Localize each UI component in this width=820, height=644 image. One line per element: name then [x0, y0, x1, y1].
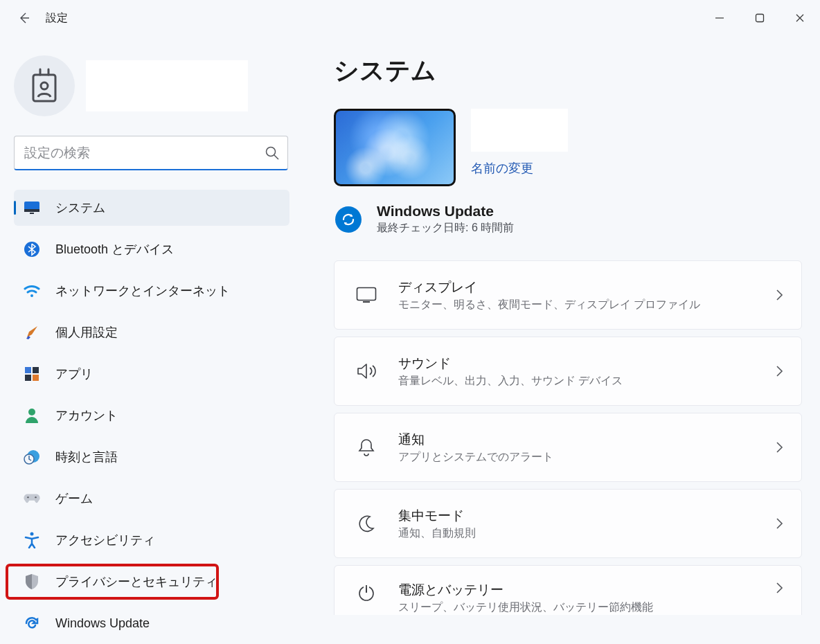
card-power[interactable]: 電源とバッテリー スリープ、バッテリ使用状況、バッテリー節約機能 — [334, 565, 802, 615]
svg-point-8 — [30, 294, 33, 297]
wifi-icon — [24, 283, 40, 299]
minimize-button[interactable] — [699, 4, 740, 32]
sidebar-item-gaming[interactable]: ゲーム — [14, 481, 289, 517]
minimize-icon — [715, 13, 724, 23]
device-preview[interactable] — [334, 109, 456, 186]
chevron-right-icon — [775, 581, 783, 595]
sidebar-item-label: 個人用設定 — [55, 324, 118, 341]
profile-block[interactable] — [14, 55, 291, 116]
gamepad-icon — [24, 490, 40, 507]
paintbrush-icon — [24, 324, 40, 341]
card-title: 集中モード — [398, 507, 775, 525]
main-content: システム 名前の変更 Windows Update 最終チェック日時: 6 時間… — [305, 36, 820, 644]
chevron-right-icon — [775, 364, 783, 378]
update-circle-icon — [335, 206, 362, 233]
settings-card-list: ディスプレイ モニター、明るさ、夜間モード、ディスプレイ プロファイル サウンド… — [334, 260, 802, 615]
id-badge-icon — [29, 68, 60, 104]
sidebar-item-apps[interactable]: アプリ — [14, 356, 289, 392]
update-subtitle: 最終チェック日時: 6 時間前 — [377, 221, 514, 235]
svg-rect-10 — [33, 367, 39, 373]
sidebar-item-windows-update[interactable]: Windows Update — [14, 605, 289, 641]
svg-point-17 — [27, 497, 28, 498]
wallpaper-bloom — [334, 109, 456, 186]
card-focus[interactable]: 集中モード 通知、自動規則 — [334, 489, 802, 558]
sidebar-item-label: プライバシーとセキュリティ — [55, 573, 217, 590]
maximize-button[interactable] — [740, 4, 780, 32]
sync-icon — [341, 212, 356, 227]
window-controls — [699, 4, 820, 32]
close-button[interactable] — [780, 4, 820, 32]
svg-rect-9 — [25, 367, 31, 373]
chevron-right-icon — [775, 517, 783, 530]
sidebar-item-label: アクセシビリティ — [55, 532, 155, 548]
shield-icon — [24, 573, 40, 590]
svg-rect-1 — [33, 75, 55, 101]
update-icon — [24, 615, 40, 632]
svg-point-2 — [41, 82, 48, 89]
card-display[interactable]: ディスプレイ モニター、明るさ、夜間モード、ディスプレイ プロファイル — [334, 260, 802, 330]
display-icon — [348, 287, 384, 303]
sidebar-item-accessibility[interactable]: アクセシビリティ — [14, 522, 289, 558]
svg-rect-20 — [357, 288, 376, 301]
sidebar-item-label: アプリ — [55, 366, 93, 382]
sidebar-item-time-language[interactable]: 時刻と言語 — [14, 439, 289, 475]
avatar — [14, 55, 75, 116]
sidebar-item-label: システム — [55, 199, 105, 216]
person-icon — [24, 407, 40, 424]
svg-rect-0 — [756, 15, 764, 22]
sidebar: システム Bluetooth とデバイス ネットワークとインターネット — [0, 36, 305, 644]
svg-point-13 — [28, 409, 35, 415]
sidebar-item-privacy[interactable]: プライバシーとセキュリティ — [6, 564, 219, 600]
svg-point-19 — [30, 533, 34, 536]
update-title: Windows Update — [377, 203, 514, 220]
chevron-right-icon — [775, 288, 783, 302]
sidebar-item-label: ネットワークとインターネット — [55, 283, 230, 299]
sidebar-item-bluetooth[interactable]: Bluetooth とデバイス — [14, 231, 289, 267]
search-icon — [265, 145, 280, 161]
arrow-left-icon — [17, 11, 31, 25]
card-title: 通知 — [398, 431, 775, 449]
svg-point-18 — [35, 497, 36, 498]
card-subtitle: スリープ、バッテリ使用状況、バッテリー節約機能 — [398, 600, 775, 615]
sidebar-item-network[interactable]: ネットワークとインターネット — [14, 273, 289, 309]
device-name-placeholder — [471, 109, 568, 152]
close-icon — [795, 13, 805, 23]
back-button[interactable] — [12, 6, 36, 30]
card-title: ディスプレイ — [398, 278, 775, 296]
sidebar-item-label: アカウント — [55, 407, 118, 424]
sidebar-item-label: Bluetooth とデバイス — [55, 241, 174, 258]
profile-name-placeholder — [86, 60, 248, 111]
moon-icon — [348, 515, 384, 533]
titlebar: 設定 — [0, 0, 820, 36]
chevron-right-icon — [775, 440, 783, 454]
rename-link[interactable]: 名前の変更 — [471, 161, 533, 175]
search-input[interactable] — [14, 136, 288, 170]
card-sound[interactable]: サウンド 音量レベル、出力、入力、サウンド デバイス — [334, 337, 802, 406]
sidebar-item-label: Windows Update — [55, 616, 150, 631]
svg-rect-6 — [30, 213, 34, 214]
power-icon — [348, 584, 384, 602]
clock-globe-icon — [24, 449, 40, 465]
card-title: 電源とバッテリー — [398, 581, 775, 599]
page-title: システム — [334, 54, 802, 88]
sidebar-item-accounts[interactable]: アカウント — [14, 397, 289, 433]
card-subtitle: モニター、明るさ、夜間モード、ディスプレイ プロファイル — [398, 298, 775, 312]
system-icon — [24, 199, 40, 216]
sidebar-item-personalization[interactable]: 個人用設定 — [14, 314, 289, 350]
maximize-icon — [755, 13, 765, 23]
search-field[interactable] — [14, 136, 291, 170]
apps-icon — [24, 366, 40, 382]
svg-point-3 — [267, 147, 276, 156]
sidebar-item-system[interactable]: システム — [14, 190, 289, 226]
svg-rect-21 — [363, 301, 370, 303]
bell-icon — [348, 438, 384, 457]
card-notifications[interactable]: 通知 アプリとシステムでのアラート — [334, 413, 802, 482]
windows-update-summary[interactable]: Windows Update 最終チェック日時: 6 時間前 — [335, 203, 802, 235]
card-subtitle: アプリとシステムでのアラート — [398, 450, 775, 465]
sidebar-nav: システム Bluetooth とデバイス ネットワークとインターネット — [14, 190, 289, 641]
device-info-row: 名前の変更 — [334, 109, 802, 186]
svg-rect-12 — [33, 375, 39, 381]
card-subtitle: 通知、自動規則 — [398, 526, 775, 541]
sound-icon — [348, 362, 384, 380]
card-title: サウンド — [398, 355, 775, 373]
